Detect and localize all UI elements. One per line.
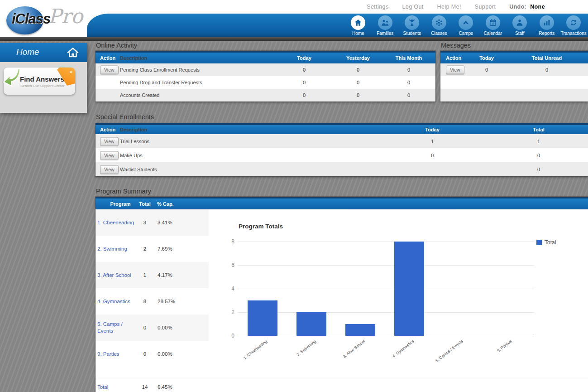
nav-item-calendar[interactable]: 17Calendar xyxy=(479,15,507,36)
nav-item-reports[interactable]: Reports xyxy=(533,15,560,36)
program-totals-chart: Program Totals 024681. Cheerleading2. Sw… xyxy=(208,197,588,392)
program-link[interactable]: 9. Parties xyxy=(97,351,136,358)
settings-link[interactable]: Settings xyxy=(367,4,388,10)
nav-item-staff[interactable]: Staff xyxy=(507,15,534,36)
home-icon[interactable] xyxy=(67,47,79,58)
svg-text:17: 17 xyxy=(492,22,494,25)
row-description: Trial Lessons xyxy=(120,139,310,144)
table-row xyxy=(440,89,588,102)
y-tick-label: 4 xyxy=(216,286,234,292)
view-button[interactable]: View xyxy=(100,66,119,74)
main-navbar: HomeFamiliesStudentsClassesCamps17Calend… xyxy=(87,14,588,37)
column-header-yesterday: Yesterday xyxy=(340,55,376,61)
online-activity-title: Online Activity xyxy=(96,42,137,49)
table-row: View00 xyxy=(440,63,588,76)
view-button[interactable]: View xyxy=(100,151,119,160)
program-cap: 4.17% xyxy=(158,272,185,278)
nav-item-classes[interactable]: Classes xyxy=(425,15,453,36)
program-row: 1. Cheerleading33.41% xyxy=(96,209,209,236)
action-cell: View xyxy=(100,165,120,174)
program-link[interactable]: 3. After School xyxy=(97,272,136,279)
sidebar-panel: Home Find Answers Search Our Support Cen… xyxy=(0,43,87,113)
program-link[interactable]: 5. Camps / Events xyxy=(97,321,136,334)
messages-table: Action Today Total Unread View00 xyxy=(440,51,588,102)
find-answers-button[interactable]: Find Answers Search Our Support Center » xyxy=(4,68,75,95)
table-row: Pending Drop and Transfer Requests000 xyxy=(96,76,435,89)
row-value: 0 xyxy=(388,67,429,73)
utility-links: Settings Log Out Help Me! Support Undo: … xyxy=(355,4,545,10)
x-tick-label: 5. Camps / Events xyxy=(431,339,464,366)
gridline xyxy=(238,265,534,266)
logo-text: iClass xyxy=(12,11,50,27)
action-cell: View xyxy=(446,66,466,74)
row-value: 0 xyxy=(522,67,572,73)
gridline xyxy=(238,242,534,242)
table-row: ViewMake Ups00 xyxy=(96,148,588,162)
y-tick-label: 6 xyxy=(216,262,234,268)
row-value: 1 xyxy=(521,139,557,144)
nav-item-camps[interactable]: Camps xyxy=(453,15,480,36)
online-activity-header: Action Description Today Yesterday This … xyxy=(96,51,435,63)
transactions-icon xyxy=(566,15,581,30)
iclasspro-dashboard: Settings Log Out Help Me! Support Undo: … xyxy=(0,0,588,392)
nav-item-home[interactable]: Home xyxy=(345,15,372,36)
action-cell: View xyxy=(100,137,120,145)
nav-item-label: Transactions xyxy=(560,31,588,36)
logout-link[interactable]: Log Out xyxy=(402,4,423,10)
nav-item-label: Staff xyxy=(507,31,534,36)
chart-bar xyxy=(345,324,375,336)
nav-item-transactions[interactable]: Transactions xyxy=(560,15,588,36)
view-button[interactable]: View xyxy=(100,137,119,145)
view-button[interactable]: View xyxy=(446,66,464,74)
special-enrollments-table: Action Description Today Total ViewTrial… xyxy=(96,123,588,176)
nav-item-label: Students xyxy=(399,31,426,36)
row-value: 0 xyxy=(388,92,429,98)
program-link[interactable]: 4. Gymnastics xyxy=(97,298,136,305)
view-button[interactable]: View xyxy=(100,165,119,174)
green-arrow-icon xyxy=(1,66,21,89)
support-link[interactable]: Support xyxy=(475,4,496,10)
column-header-description: Description xyxy=(120,55,283,61)
row-value: 0 xyxy=(521,167,557,172)
action-cell: View xyxy=(100,151,120,160)
nav-item-families[interactable]: Families xyxy=(372,15,399,36)
program-total: 1 xyxy=(136,272,154,278)
messages-title: Messages xyxy=(441,42,471,49)
x-tick-label: 1. Cheerleading xyxy=(235,339,268,366)
nav-item-label: Classes xyxy=(425,31,453,36)
program-total: 2 xyxy=(136,246,154,252)
nav-item-label: Home xyxy=(345,31,372,36)
program-summary-title: Program Summary xyxy=(96,188,151,195)
program-row: 9. Parties00.00% xyxy=(96,341,209,367)
gridline xyxy=(238,289,534,289)
program-cap: 3.41% xyxy=(158,220,185,225)
sidebar-title: Home xyxy=(16,47,39,57)
iclasspro-logo[interactable]: iClass Pro xyxy=(5,1,86,36)
column-header-program: Program xyxy=(100,201,141,207)
classes-icon xyxy=(432,15,446,30)
program-total: 0 xyxy=(136,325,154,330)
row-value: 0 xyxy=(286,80,322,85)
column-header-action: Action xyxy=(100,55,120,61)
total-link[interactable]: Total xyxy=(97,384,108,390)
program-link[interactable]: 1. Cheerleading xyxy=(97,219,136,226)
row-value: 0 xyxy=(468,67,505,73)
program-total: 0 xyxy=(136,351,154,357)
row-value: 0 xyxy=(340,67,376,73)
program-total: 8 xyxy=(136,299,154,304)
nav-item-students[interactable]: Students xyxy=(399,15,426,36)
top-utility-bar: Settings Log Out Help Me! Support Undo: … xyxy=(0,0,588,14)
program-cap: 0.00% xyxy=(158,325,185,330)
column-header-total-unread: Total Unread xyxy=(522,55,572,61)
row-value: 0 xyxy=(521,153,557,158)
y-tick-label: 8 xyxy=(216,238,234,245)
chevron-badge: » xyxy=(70,69,72,74)
row-value: 0 xyxy=(388,80,429,85)
help-link[interactable]: Help Me! xyxy=(437,4,461,10)
special-enrollments-title: Special Enrollments xyxy=(96,113,154,121)
chart-title: Program Totals xyxy=(239,223,283,230)
nav-item-label: Camps xyxy=(453,31,480,36)
table-row xyxy=(440,76,588,89)
program-link[interactable]: 2. Swimming xyxy=(97,246,136,252)
table-row: ViewTrial Lessons11 xyxy=(96,134,588,148)
